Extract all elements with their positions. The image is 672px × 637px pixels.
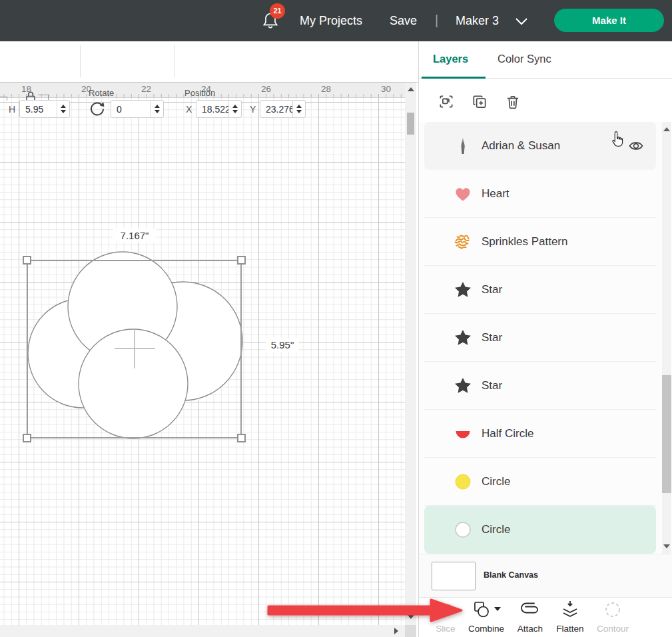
layer-row-adrian-susan[interactable]: Adrian & Susan — [424, 122, 656, 170]
blank-canvas-row[interactable]: Blank Canvas — [419, 554, 672, 597]
hand-cursor-icon — [609, 130, 627, 149]
contour-button: Contour — [591, 600, 635, 634]
flatten-button[interactable]: Flatten — [548, 600, 592, 634]
my-projects-link[interactable]: My Projects — [300, 0, 362, 41]
layer-row-sprinkles[interactable]: Sprinkles Pattern — [424, 218, 656, 266]
layer-label: Star — [482, 283, 502, 297]
circle-icon — [454, 520, 472, 539]
layer-row-circle-white[interactable]: Circle — [424, 506, 656, 554]
star-icon — [454, 376, 472, 395]
contour-icon — [603, 600, 623, 619]
rotate-label: Rotate — [89, 88, 114, 98]
layer-label: Star — [482, 331, 502, 344]
selection-width-label: 7.167" — [113, 229, 156, 243]
save-link[interactable]: Save — [390, 0, 417, 41]
layer-row-heart[interactable]: Heart — [424, 170, 656, 218]
duplicate-icon[interactable] — [471, 93, 488, 111]
vertical-scrollbar-thumb[interactable] — [407, 113, 414, 135]
position-y-stepper[interactable] — [292, 101, 305, 117]
layer-row-half-circle[interactable]: Half Circle — [424, 410, 656, 458]
trash-icon[interactable] — [504, 93, 521, 111]
visibility-eye-icon[interactable] — [628, 138, 644, 154]
panel-tabs: Layers Color Sync — [419, 41, 672, 79]
layer-label: Heart — [482, 187, 509, 201]
rotate-input[interactable] — [111, 101, 151, 117]
position-x-label: X — [186, 104, 192, 115]
layer-label: Half Circle — [482, 427, 533, 440]
edit-toolbar: H Rotate Position X Y — [0, 41, 418, 83]
scroll-up-arrow-icon[interactable] — [408, 87, 414, 91]
scroll-up-arrow-icon[interactable] — [663, 127, 670, 131]
size-link-line — [0, 97, 7, 101]
blank-canvas-swatch[interactable] — [432, 562, 476, 590]
heart-icon — [454, 185, 472, 203]
position-x-input[interactable] — [196, 101, 228, 117]
height-stepper[interactable] — [57, 101, 69, 117]
selection-handle-top-left[interactable] — [23, 256, 31, 265]
selection-handle-bottom-right[interactable] — [237, 434, 246, 442]
rotate-input-box — [111, 100, 164, 118]
ruler-tick-label: 22 — [141, 84, 151, 94]
chevron-down-icon[interactable] — [515, 17, 528, 25]
position-x-input-box — [196, 100, 242, 118]
selection-handle-bottom-left[interactable] — [23, 434, 31, 442]
layer-tools — [419, 87, 672, 121]
top-bar: 21 My Projects Save | Maker 3 Make It — [0, 0, 672, 41]
position-y-label: Y — [250, 104, 256, 115]
position-label: Position — [184, 88, 215, 98]
layer-label: Star — [482, 379, 502, 392]
combine-button[interactable]: Combine — [464, 600, 508, 634]
scroll-down-arrow-icon[interactable] — [663, 544, 670, 548]
scroll-down-arrow-icon[interactable] — [408, 615, 414, 619]
combine-icon — [472, 600, 492, 619]
slice-icon — [436, 600, 456, 619]
right-panel: Layers Color Sync — [418, 41, 672, 637]
layers-list: Adrian & Susan Heart — [419, 122, 662, 554]
canvas-vertical-scrollbar[interactable] — [405, 83, 416, 625]
ruler-tick-label: 26 — [261, 84, 271, 94]
selection-handle-top-right[interactable] — [237, 256, 246, 265]
scroll-right-arrow-icon[interactable] — [394, 628, 398, 634]
circle-icon — [454, 472, 472, 491]
topbar-divider: | — [435, 0, 438, 41]
height-label: H — [9, 104, 15, 115]
tab-layers[interactable]: Layers — [433, 53, 468, 65]
ruler-tick-label: 30 — [381, 84, 391, 94]
layer-row-star[interactable]: Star — [424, 362, 656, 410]
layers-scrollbar-thumb[interactable] — [662, 375, 671, 493]
toolbar-separator — [174, 45, 175, 77]
layer-actions-bar: Slice Combine Attach Flatten — [419, 597, 672, 637]
layer-row-star[interactable]: Star — [424, 266, 656, 314]
tab-color-sync[interactable]: Color Sync — [498, 53, 551, 65]
layer-label: Sprinkles Pattern — [482, 235, 567, 249]
selection-bounding-box[interactable] — [27, 260, 242, 438]
canvas-horizontal-scrollbar[interactable] — [0, 625, 405, 637]
position-y-input-box — [260, 100, 306, 118]
canvas-area: 18 20 22 24 26 28 30 7.167" 5.95" — [0, 83, 418, 637]
position-y-input[interactable] — [260, 101, 292, 117]
ruler-tick-label: 28 — [321, 84, 331, 94]
select-all-icon[interactable] — [438, 93, 455, 111]
size-link-line — [38, 95, 49, 100]
combine-caret-icon[interactable] — [494, 607, 501, 611]
rotate-icon[interactable] — [88, 99, 106, 117]
notifications-badge: 21 — [270, 3, 285, 19]
blank-canvas-label: Blank Canvas — [484, 570, 538, 580]
attach-button[interactable]: Attach — [508, 600, 552, 634]
layers-scrollbar[interactable] — [662, 122, 671, 554]
rotate-stepper[interactable] — [151, 101, 163, 117]
attach-icon — [519, 600, 541, 619]
star-icon — [454, 328, 472, 347]
layer-row-star[interactable]: Star — [424, 314, 656, 362]
slice-button: Slice — [424, 600, 468, 634]
selection-height-label: 5.95" — [266, 338, 299, 352]
active-tab-underline — [422, 77, 486, 79]
height-input[interactable] — [20, 101, 57, 117]
make-it-button[interactable]: Make It — [554, 9, 664, 32]
layer-row-circle-yellow[interactable]: Circle — [424, 458, 656, 506]
position-x-stepper[interactable] — [228, 101, 241, 117]
machine-selector[interactable]: Maker 3 — [456, 0, 499, 41]
height-input-box — [19, 100, 70, 118]
scrollbar-corner — [405, 625, 416, 637]
half-circle-icon — [454, 424, 472, 443]
